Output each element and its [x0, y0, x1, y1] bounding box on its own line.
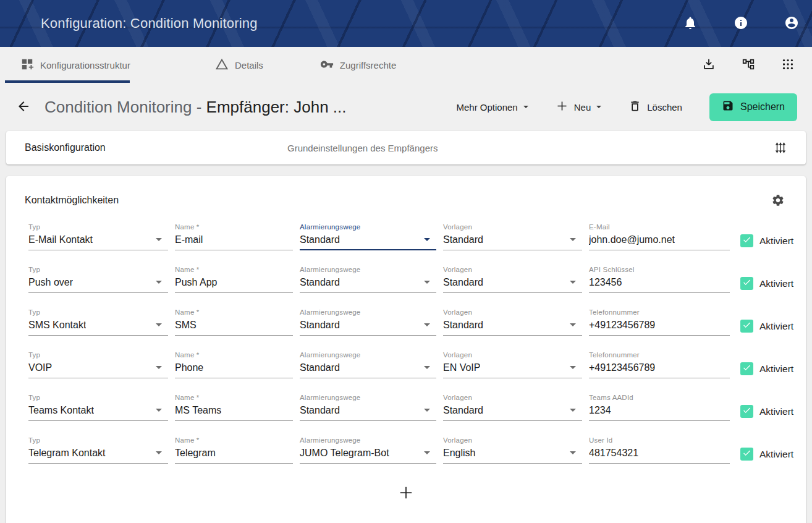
trash-icon [628, 100, 641, 114]
contact-row: Typ Telegram Kontakt Name * Telegram Ala… [28, 436, 797, 464]
add-contact-button[interactable] [397, 485, 415, 502]
tab-zugriffsrechte[interactable]: Zugriffsrechte [314, 47, 402, 83]
vorlagen-value: EN VoIP [443, 362, 480, 373]
extra-label: API Schlüssel [589, 266, 730, 273]
vorlagen-select[interactable]: Vorlagen Standard [443, 308, 582, 336]
name-input[interactable]: Name * MS Teams [175, 394, 293, 421]
account-button[interactable] [784, 15, 800, 32]
notifications-button[interactable] [682, 15, 698, 32]
vorlagen-value: Standard [443, 405, 483, 416]
aktiviert-checkbox[interactable] [740, 362, 753, 375]
typ-value: Push over [28, 277, 73, 288]
save-button[interactable]: Speichern [709, 93, 797, 121]
aktiviert-checkbox[interactable] [740, 320, 753, 333]
new-button[interactable]: Neu [556, 100, 602, 114]
save-label: Speichern [740, 101, 785, 113]
page-title-prefix: Condition Monitoring - [44, 98, 206, 116]
telefonnummer-input[interactable]: Telefonnummer +49123456789 [589, 308, 730, 336]
vorlagen-label: Vorlagen [443, 436, 582, 444]
typ-select[interactable]: Typ E-Mail Kontakt [28, 223, 168, 250]
typ-select[interactable]: Typ SMS Kontakt [28, 308, 168, 336]
alarmierungswege-value: Standard [300, 277, 340, 288]
delete-button[interactable]: Löschen [628, 100, 682, 114]
typ-select[interactable]: Typ Push over [28, 266, 168, 293]
dashboard-customize-icon [20, 57, 34, 73]
alarmierungswege-select[interactable]: Alarmierungswege Standard [300, 351, 436, 378]
vorlagen-select[interactable]: Vorlagen Standard [443, 394, 582, 421]
name-label: Name * [175, 436, 293, 444]
name-input[interactable]: Name * E-mail [175, 223, 293, 250]
typ-label: Typ [28, 266, 168, 273]
telefonnummer-input[interactable]: Telefonnummer +49123456789 [589, 351, 730, 378]
alarmierungswege-select[interactable]: Alarmierungswege Standard [300, 308, 436, 336]
caret-down-icon [156, 281, 162, 284]
caret-down-icon [424, 238, 430, 241]
alarmierungswege-value: JUMO Telegram-Bot [300, 448, 389, 459]
more-options-label: Mehr Optionen [456, 102, 517, 113]
extra-value: +49123456789 [589, 320, 655, 331]
extra-label: User Id [589, 436, 730, 444]
typ-label: Typ [28, 394, 168, 401]
vorlagen-select[interactable]: Vorlagen Standard [443, 223, 582, 250]
active-tab-underline [5, 80, 130, 83]
check-icon [742, 406, 751, 417]
typ-select[interactable]: Typ Teams Kontakt [28, 394, 168, 421]
name-input[interactable]: Name * Telegram [175, 436, 293, 464]
name-label: Name * [175, 351, 293, 359]
aktiviert-checkbox[interactable] [740, 448, 753, 461]
teams-aadid-input[interactable]: Teams AADId 1234 [589, 394, 730, 421]
tab-details[interactable]: Details [209, 47, 269, 83]
vorlagen-select[interactable]: Vorlagen Standard [443, 266, 582, 293]
check-icon [742, 320, 751, 332]
plus-icon [556, 100, 569, 114]
info-button[interactable] [733, 15, 749, 32]
tree-button[interactable] [740, 57, 756, 73]
aktiviert-checkbox[interactable] [740, 234, 753, 247]
alarmierungswege-select[interactable]: Alarmierungswege JUMO Telegram-Bot [300, 436, 436, 464]
name-value: E-mail [175, 234, 203, 245]
apps-grid-icon [781, 57, 795, 73]
vorlagen-select[interactable]: Vorlagen English [443, 436, 582, 464]
typ-select[interactable]: Typ Telegram Kontakt [28, 436, 168, 464]
extra-value: 481754321 [589, 448, 638, 459]
download-button[interactable] [701, 57, 717, 73]
apps-grid-button[interactable] [780, 57, 796, 73]
vorlagen-label: Vorlagen [443, 308, 582, 316]
extra-label: Telefonnummer [589, 308, 730, 316]
caret-down-icon [156, 451, 162, 454]
aktiviert-checkbox[interactable] [740, 405, 753, 418]
tune-icon[interactable] [774, 141, 787, 155]
delete-label: Löschen [647, 102, 682, 113]
alarmierungswege-select[interactable]: Alarmierungswege Standard [300, 394, 436, 421]
more-options-button[interactable]: Mehr Optionen [456, 102, 528, 113]
aktiviert-label: Aktiviert [759, 278, 793, 289]
check-icon [742, 448, 751, 460]
aktiviert-label: Aktiviert [759, 406, 793, 417]
caret-down-icon [156, 238, 162, 241]
api-schluessel-input[interactable]: API Schlüssel 123456 [589, 266, 730, 293]
caret-down-icon [570, 238, 576, 241]
tab-konfigurationsstruktur[interactable]: Konfigurationsstruktur [5, 47, 130, 83]
typ-select[interactable]: Typ VOIP [28, 351, 168, 378]
app-bar: Konfiguration: Condition Monitoring [0, 0, 812, 47]
alarmierungswege-select[interactable]: Alarmierungswege Standard [300, 223, 436, 250]
typ-value: SMS Kontakt [28, 320, 86, 331]
gear-icon[interactable] [771, 193, 785, 207]
name-input[interactable]: Name * Phone [175, 351, 293, 378]
alarmierungswege-value: Standard [300, 405, 340, 416]
caret-down-icon [596, 106, 601, 108]
name-input[interactable]: Name * SMS [175, 308, 293, 336]
aktiviert-label: Aktiviert [759, 364, 793, 375]
aktiviert-checkbox[interactable] [740, 277, 753, 290]
back-button[interactable] [15, 98, 32, 116]
email-input[interactable]: E-Mail john.doe@jumo.net [589, 223, 730, 250]
alarmierungswege-label: Alarmierungswege [300, 223, 436, 231]
alarmierungswege-label: Alarmierungswege [300, 351, 436, 359]
basiskonfiguration-card[interactable]: Basiskonfiguration Grundeinstellungen de… [6, 131, 806, 164]
check-icon [742, 363, 751, 375]
alarmierungswege-select[interactable]: Alarmierungswege Standard [300, 266, 436, 293]
typ-value: Teams Kontakt [28, 405, 94, 416]
vorlagen-select[interactable]: Vorlagen EN VoIP [443, 351, 582, 378]
name-input[interactable]: Name * Push App [175, 266, 293, 293]
user-id-input[interactable]: User Id 481754321 [589, 436, 730, 464]
